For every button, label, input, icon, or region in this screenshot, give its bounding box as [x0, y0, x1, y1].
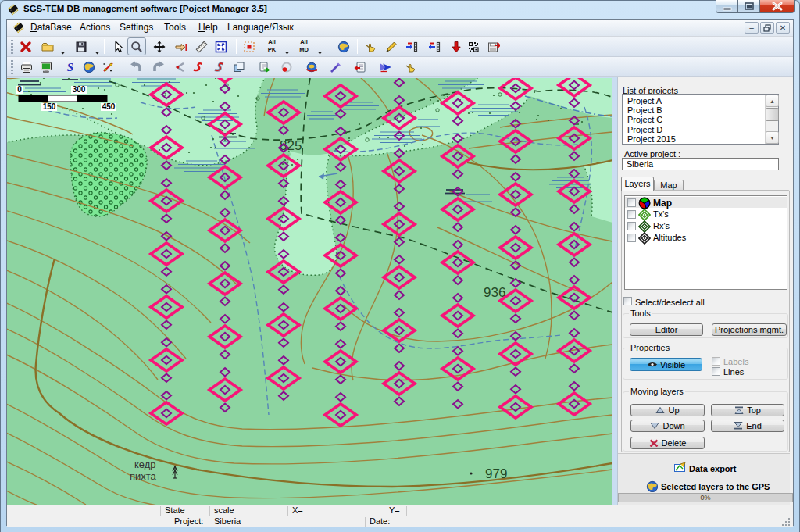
svg-text:0: 0	[17, 85, 22, 94]
svg-text:150: 150	[43, 102, 56, 111]
svg-text:300: 300	[73, 85, 86, 94]
svg-text:450: 450	[102, 102, 116, 111]
svg-text:пихта: пихта	[130, 470, 156, 482]
svg-text:979: 979	[485, 466, 507, 481]
svg-text:кедр: кедр	[134, 459, 156, 470]
svg-text:S: S	[67, 61, 73, 73]
